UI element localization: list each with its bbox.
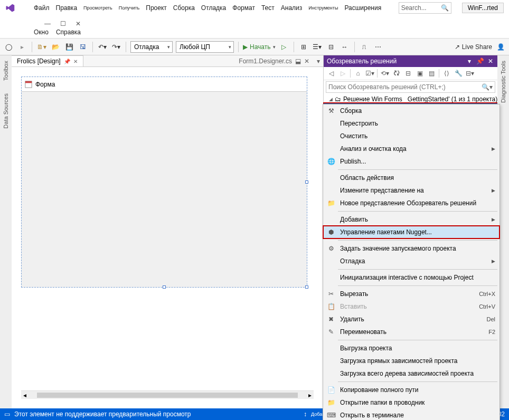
ctx-item[interactable]: Анализ и очистка кода▶ [323, 142, 499, 155]
menu-window[interactable]: Окно [34, 28, 49, 36]
undo-button[interactable]: ↶▾ [97, 42, 108, 52]
h-scrollbar[interactable]: ◂▸ [21, 390, 314, 399]
panel-pin-icon[interactable]: 📌 [476, 58, 484, 65]
grid-btn[interactable]: ⊟ [326, 42, 336, 52]
search-box[interactable]: Search... 🔍 [399, 2, 451, 14]
dock-btn[interactable]: ⋯ [373, 42, 383, 52]
minimize-button[interactable]: ― [44, 20, 51, 27]
doc-tab-preview[interactable]: Form1.Designer.cs ⬓ ✕ [234, 56, 314, 66]
ctx-item[interactable]: Перестроить [323, 117, 499, 130]
panel-close-icon[interactable]: ✕ [487, 58, 494, 65]
se-prop-icon[interactable]: 🔧 [454, 69, 463, 78]
menu-file[interactable]: Файл [34, 4, 50, 12]
ctx-item[interactable]: ✂ВырезатьCtrl+X [323, 288, 499, 300]
resize-handle-e[interactable] [305, 180, 308, 184]
menu-extensions[interactable]: Расширения [344, 4, 381, 12]
menu-help[interactable]: Справка [56, 28, 81, 36]
nav-back-icon[interactable]: ◯ [3, 42, 14, 52]
save-all-button[interactable]: 🖫 [78, 42, 88, 52]
new-project-button[interactable]: 🗎▾ [36, 42, 47, 52]
se-back-icon[interactable]: ◁ [327, 69, 335, 78]
ctx-item[interactable]: 📄Копирование полного пути [323, 384, 499, 396]
se-fwd-icon[interactable]: ▷ [338, 69, 347, 78]
datasources-tab[interactable]: Data Sources [3, 91, 9, 131]
nav-fwd-icon[interactable]: ▸ [17, 42, 27, 52]
expand-icon[interactable]: ◢ [329, 97, 333, 102]
ctx-item[interactable]: ✖УдалитьDel [323, 313, 499, 326]
resize-handle-se[interactable] [305, 285, 308, 289]
ctx-item[interactable]: ⌨Открыть в терминале [323, 409, 499, 420]
design-surface[interactable]: Форма ◂▸ [12, 67, 323, 408]
resize-handle-s[interactable] [163, 285, 166, 289]
ctx-item[interactable]: Измените представление на▶ [323, 184, 499, 197]
ctx-item[interactable]: Загрузка прямых зависимостей проекта [323, 355, 499, 367]
redo-button[interactable]: ↷▾ [111, 42, 121, 52]
se-showall-icon[interactable]: ▣ [416, 69, 424, 78]
ctx-item[interactable]: Область действия [323, 171, 499, 184]
ctx-item[interactable]: 📁Новое представление Обозреватель решени… [323, 197, 499, 209]
ctx-label: Открытие папки в проводник [340, 399, 495, 406]
menu-analyze[interactable]: Анализ [281, 4, 303, 12]
solution-node[interactable]: ◢ 🗂 Решение Win Forms _GettingStarted' (… [324, 95, 497, 103]
ctx-item[interactable]: 🌐Publish... [323, 155, 499, 168]
close-tab-icon[interactable]: ✕ [73, 59, 78, 64]
doc-tab-design[interactable]: Frolics [Design] 📌 ✕ [12, 55, 83, 66]
open-button[interactable]: 📂 [50, 42, 61, 52]
se-search[interactable]: 🔍▾ [326, 81, 495, 93]
menu-tools[interactable]: Инструменты [308, 5, 338, 11]
maximize-button[interactable]: ☐ [60, 20, 66, 27]
ctx-item[interactable]: ✎ПереименоватьF2 [323, 326, 499, 338]
align-btn[interactable]: ☰▾ [312, 42, 323, 52]
se-switch-icon[interactable]: ☑▾ [365, 69, 374, 78]
status-updown-icon[interactable]: ↕ [304, 411, 307, 418]
menu-edit[interactable]: Правка [56, 4, 78, 12]
ctx-item[interactable]: ⚙Задать значение запускаемого проекта [323, 242, 499, 255]
se-view-icon[interactable]: ⊟▾ [466, 69, 474, 78]
se-preview-icon[interactable]: ▤ [427, 69, 436, 78]
spacing-btn[interactable]: ↔ [340, 42, 350, 52]
ctx-item[interactable]: Инициализация interactive с помощью Proj… [323, 271, 499, 284]
ctx-label: Загрузка всего дерева зависимостей проек… [340, 370, 495, 377]
config-combo[interactable]: Отладка [130, 41, 173, 53]
account-icon[interactable]: 👤 [495, 42, 506, 52]
tab-overflow-icon[interactable]: ▾ [314, 58, 323, 65]
se-home-icon[interactable]: ⌂ [354, 69, 362, 78]
ctx-item[interactable]: ⬢Управление пакетами Nugget... [323, 226, 499, 238]
toolbox-tab[interactable]: Toolbox [3, 59, 9, 83]
close-preview-icon[interactable]: ✕ [304, 58, 309, 65]
ctx-item[interactable]: Выгрузка проекта [323, 342, 499, 355]
save-button[interactable]: 💾 [64, 42, 74, 52]
menu-project[interactable]: Проект [146, 4, 167, 12]
menu-test[interactable]: Тест [261, 4, 275, 12]
platform-combo[interactable]: Любой ЦП [176, 41, 234, 53]
tab-order-btn[interactable]: ⎍ [359, 42, 370, 52]
se-collapse-icon[interactable]: ⊟ [404, 69, 412, 78]
ctx-shortcut: Ctrl+X [479, 291, 495, 297]
menu-build[interactable]: Сборка [173, 4, 195, 12]
liveshare-button[interactable]: ↗ Live Share [455, 43, 492, 51]
ctx-label: Вырезать [340, 290, 475, 298]
form-designer[interactable]: Форма [21, 77, 307, 288]
pin-icon[interactable]: 📌 [64, 59, 70, 64]
se-sync-icon[interactable]: ⟲▾ [381, 69, 389, 78]
se-refresh-icon[interactable]: 🗘 [392, 69, 401, 78]
ctx-item[interactable]: Добавить▶ [323, 213, 499, 226]
start-no-debug-button[interactable]: ▷ [279, 42, 289, 52]
layout-btn-1[interactable]: ⊞ [298, 42, 309, 52]
ctx-item[interactable]: Загрузка всего дерева зависимостей проек… [323, 367, 499, 380]
diagnostic-tools-tab[interactable]: Diagnostic Tools [500, 59, 506, 105]
panel-options-icon[interactable]: ▾ [466, 58, 473, 65]
se-code-icon[interactable]: ⟨⟩ [442, 69, 451, 78]
ctx-item[interactable]: 📁Открытие папки в проводник [323, 396, 499, 409]
start-debug-button[interactable]: ▶ Начать ▾ [243, 43, 276, 51]
promote-icon[interactable]: ⬓ [295, 58, 301, 65]
se-search-input[interactable] [328, 83, 482, 91]
ctx-item[interactable]: Отладка▶ [323, 255, 499, 268]
menu-format[interactable]: Формат [232, 4, 255, 12]
menu-get[interactable]: Получить [119, 5, 140, 11]
ctx-item[interactable]: Очистить [323, 130, 499, 142]
close-button[interactable]: ✕ [76, 20, 81, 27]
menu-debug[interactable]: Отладка [201, 4, 226, 12]
menu-view[interactable]: Просмотреть [83, 5, 112, 11]
ctx-item[interactable]: ⚒Сборка [323, 104, 499, 117]
